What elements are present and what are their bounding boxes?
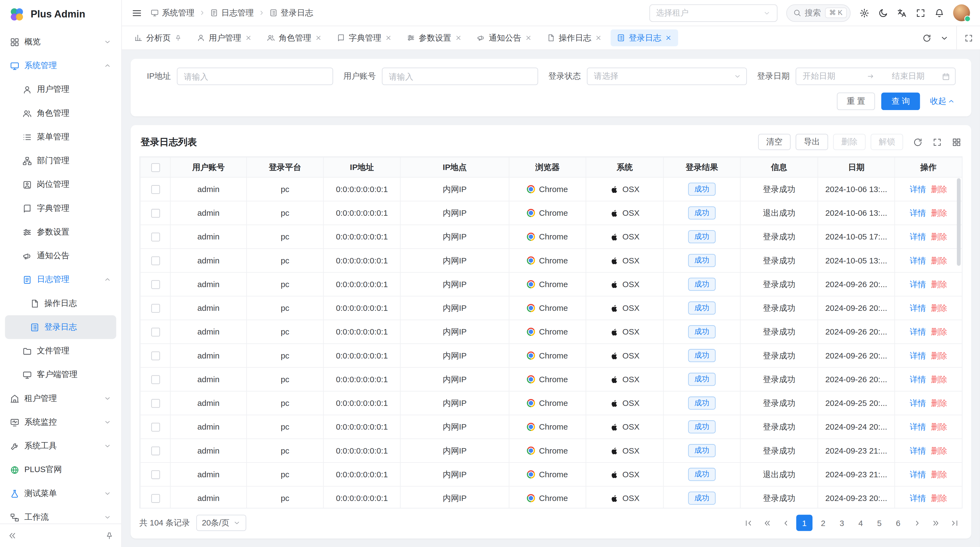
delete-link[interactable]: 删除	[931, 422, 947, 431]
detail-link[interactable]: 详情	[910, 493, 926, 502]
tab-item[interactable]: 角色管理	[261, 29, 328, 46]
delete-link[interactable]: 删除	[931, 255, 947, 265]
filter-select[interactable]: 请选择	[587, 67, 747, 85]
user-avatar[interactable]	[953, 4, 970, 21]
tabs-dropdown-icon[interactable]	[940, 33, 949, 42]
page-prev-fast-button[interactable]	[759, 515, 775, 531]
tab-close-icon[interactable]	[315, 34, 322, 41]
search-input[interactable]: 搜索 ⌘ K	[786, 4, 850, 22]
row-checkbox[interactable]	[151, 494, 159, 503]
tab-pin-icon[interactable]	[175, 34, 182, 41]
dark-mode-moon-icon[interactable]	[878, 8, 888, 18]
sidebar-item[interactable]: PLUS官网	[5, 458, 116, 482]
row-checkbox[interactable]	[151, 399, 159, 408]
detail-link[interactable]: 详情	[910, 351, 926, 360]
delete-link[interactable]: 删除	[931, 232, 947, 241]
sidebar-pin-button[interactable]	[105, 531, 114, 540]
sidebar-item[interactable]: 系统工具	[5, 434, 116, 458]
delete-link[interactable]: 删除	[931, 327, 947, 336]
tab-item[interactable]: 字典管理	[331, 29, 398, 46]
page-last-button[interactable]	[946, 515, 963, 531]
collapse-link[interactable]: 收起	[930, 96, 955, 107]
sidebar-item[interactable]: 租户管理	[5, 386, 116, 410]
query-button[interactable]: 查 询	[881, 92, 920, 110]
sidebar-item[interactable]: 文件管理	[5, 339, 116, 363]
tab-item[interactable]: 用户管理	[191, 29, 258, 46]
delete-link[interactable]: 删除	[931, 374, 947, 384]
tenant-select[interactable]: 选择租户	[649, 4, 778, 22]
notifications-bell-icon[interactable]	[934, 8, 944, 18]
sidebar-item[interactable]: 参数设置	[5, 220, 116, 244]
fullscreen-icon[interactable]	[915, 8, 926, 18]
filter-text-input[interactable]	[382, 67, 538, 85]
detail-link[interactable]: 详情	[910, 469, 926, 478]
tab-item[interactable]: 操作日志	[541, 29, 608, 46]
tab-close-icon[interactable]	[525, 34, 532, 41]
delete-link[interactable]: 删除	[931, 469, 947, 478]
detail-link[interactable]: 详情	[910, 303, 926, 312]
row-checkbox[interactable]	[151, 185, 159, 194]
detail-link[interactable]: 详情	[910, 374, 926, 384]
row-checkbox[interactable]	[151, 304, 159, 313]
delete-link[interactable]: 删除	[931, 303, 947, 312]
page-first-button[interactable]	[740, 515, 756, 531]
filter-text-input[interactable]	[177, 67, 333, 85]
page-next-button[interactable]	[909, 515, 925, 531]
detail-link[interactable]: 详情	[910, 208, 926, 217]
row-checkbox[interactable]	[151, 447, 159, 456]
detail-link[interactable]: 详情	[910, 422, 926, 431]
sidebar-item[interactable]: 测试菜单	[5, 482, 116, 506]
toolbar-button[interactable]: 清空	[758, 134, 791, 150]
row-checkbox[interactable]	[151, 328, 159, 337]
tabs-refresh-icon[interactable]	[923, 33, 931, 42]
tab-active[interactable]: 登录日志	[611, 29, 678, 46]
sidebar-item[interactable]: 通知公告	[5, 244, 116, 268]
select-all-checkbox[interactable]	[151, 163, 159, 172]
detail-link[interactable]: 详情	[910, 279, 926, 289]
page-number-button[interactable]: 3	[834, 515, 850, 531]
sidebar-item[interactable]: 菜单管理	[5, 125, 116, 149]
toolbar-button[interactable]: 导出	[796, 134, 828, 150]
filter-daterange[interactable]: 开始日期结束日期	[796, 67, 956, 85]
table-fullscreen-icon[interactable]	[932, 137, 942, 147]
detail-link[interactable]: 详情	[910, 232, 926, 241]
sidebar-item[interactable]: 登录日志	[5, 315, 116, 339]
hamburger-menu-icon[interactable]	[132, 8, 142, 18]
page-next-fast-button[interactable]	[928, 515, 944, 531]
tab-item[interactable]: 分析页	[128, 29, 188, 46]
daterange-start[interactable]: 开始日期	[803, 70, 863, 82]
table-refresh-icon[interactable]	[913, 137, 922, 147]
column-settings-icon[interactable]	[952, 137, 961, 147]
daterange-end[interactable]: 结束日期	[878, 70, 939, 82]
tab-close-icon[interactable]	[595, 34, 602, 41]
sidebar-item[interactable]: 操作日志	[5, 292, 116, 315]
tab-item[interactable]: 参数设置	[401, 29, 468, 46]
row-checkbox[interactable]	[151, 375, 159, 384]
sidebar-item[interactable]: 字典管理	[5, 196, 116, 220]
sidebar-item[interactable]: 岗位管理	[5, 173, 116, 196]
row-checkbox[interactable]	[151, 470, 159, 479]
sidebar-item[interactable]: 角色管理	[5, 101, 116, 125]
tab-close-icon[interactable]	[455, 34, 462, 41]
page-prev-button[interactable]	[778, 515, 794, 531]
delete-link[interactable]: 删除	[931, 208, 947, 217]
page-number-button[interactable]: 2	[815, 515, 831, 531]
sidebar-item[interactable]: 系统监控	[5, 410, 116, 434]
logo[interactable]: Plus Admin	[0, 0, 121, 29]
sidebar-item[interactable]: 部门管理	[5, 149, 116, 172]
page-number-button[interactable]: 5	[871, 515, 888, 531]
row-checkbox[interactable]	[151, 423, 159, 432]
sidebar-item[interactable]: 工作流	[5, 506, 116, 523]
tab-close-icon[interactable]	[245, 34, 252, 41]
sidebar-item[interactable]: 日志管理	[5, 268, 116, 292]
delete-link[interactable]: 删除	[931, 184, 947, 193]
tab-item[interactable]: 通知公告	[471, 29, 538, 46]
sidebar-item[interactable]: 客户端管理	[5, 363, 116, 386]
sidebar-collapse-button[interactable]	[8, 531, 17, 540]
delete-link[interactable]: 删除	[931, 279, 947, 289]
detail-link[interactable]: 详情	[910, 327, 926, 336]
delete-link[interactable]: 删除	[931, 493, 947, 502]
page-number-button[interactable]: 4	[853, 515, 869, 531]
table-scrollbar[interactable]	[957, 178, 961, 266]
row-checkbox[interactable]	[151, 233, 159, 242]
